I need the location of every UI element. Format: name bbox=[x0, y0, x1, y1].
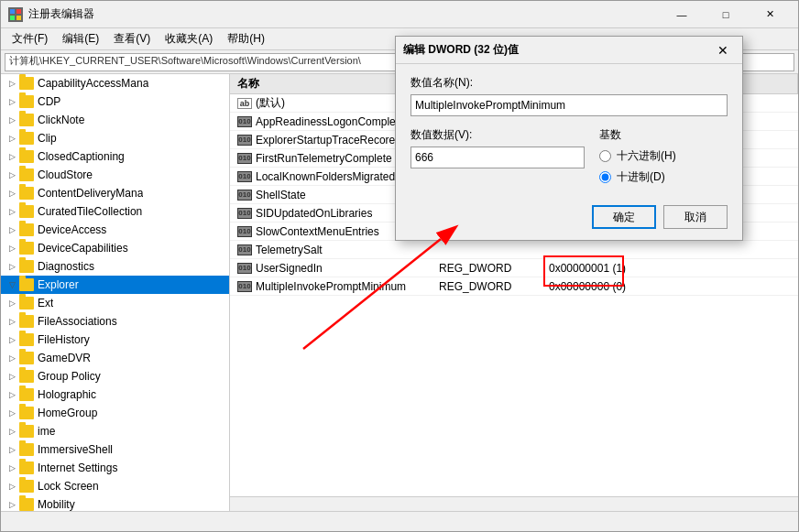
menu-favorites[interactable]: 收藏夹(A) bbox=[158, 29, 220, 49]
tree-item[interactable]: ▷ ImmersiveShell bbox=[1, 440, 229, 459]
tree-item-holographic[interactable]: ▷ Holographic bbox=[1, 385, 229, 404]
menu-help[interactable]: 帮助(H) bbox=[220, 29, 272, 49]
dword-icon: 010 bbox=[237, 263, 252, 274]
menu-view[interactable]: 查看(V) bbox=[106, 29, 158, 49]
tree-item[interactable]: ▷ Diagnostics bbox=[1, 257, 229, 276]
reg-name: 010 UserSignedIn bbox=[230, 259, 432, 277]
value-section: 数值数据(V): bbox=[410, 127, 585, 190]
tree-item[interactable]: ▷ FileHistory bbox=[1, 331, 229, 349]
tree-item[interactable]: ▷ DeviceAccess bbox=[1, 221, 229, 239]
expand-icon: ▷ bbox=[5, 406, 19, 420]
dword-icon: 010 bbox=[237, 116, 252, 127]
hex-radio[interactable] bbox=[599, 150, 611, 162]
svg-rect-2 bbox=[10, 16, 15, 20]
reg-type: REG_DWORD bbox=[432, 277, 542, 295]
tree-item[interactable]: ▷ Ext bbox=[1, 294, 229, 312]
tree-item[interactable]: ▷ Mobility bbox=[1, 495, 229, 511]
tree-item[interactable]: ▷ Group Policy bbox=[1, 367, 229, 385]
folder-icon bbox=[19, 315, 34, 328]
expand-icon: ▷ bbox=[5, 369, 19, 384]
dword-icon: 010 bbox=[237, 208, 252, 219]
close-button[interactable]: ✕ bbox=[749, 1, 791, 28]
registry-row-multiple-invoke[interactable]: 010 MultipleInvokePromptMinimum REG_DWOR… bbox=[230, 277, 798, 296]
dword-icon: 010 bbox=[237, 171, 252, 182]
tree-item[interactable]: ▷ DeviceCapabilities bbox=[1, 239, 229, 257]
name-input[interactable] bbox=[410, 94, 728, 116]
tree-panel[interactable]: ▷ CapabilityAccessMana ▷ CDP ▷ ClickNote… bbox=[1, 74, 230, 511]
registry-row[interactable]: 010 UserSignedIn REG_DWORD 0x00000001 (1… bbox=[230, 259, 798, 277]
tree-item-lockscreen[interactable]: ▷ Lock Screen bbox=[1, 477, 229, 495]
registry-row[interactable]: 010 TelemetrySalt bbox=[230, 241, 798, 259]
folder-icon bbox=[19, 242, 34, 255]
expand-icon: ▷ bbox=[5, 94, 19, 109]
tree-item-label: ClosedCaptioning bbox=[38, 150, 125, 163]
tree-item-label: GameDVR bbox=[38, 352, 91, 364]
hex-option[interactable]: 十六进制(H) bbox=[599, 148, 728, 164]
folder-icon bbox=[19, 370, 34, 383]
folder-icon bbox=[19, 278, 34, 291]
dialog-close-button[interactable]: ✕ bbox=[711, 38, 735, 62]
hex-label: 十六进制(H) bbox=[617, 148, 676, 164]
dword-icon: 010 bbox=[237, 190, 252, 201]
folder-icon bbox=[19, 150, 34, 163]
expand-icon: ▷ bbox=[5, 351, 19, 365]
folder-icon bbox=[19, 461, 34, 474]
folder-icon bbox=[19, 333, 34, 346]
dec-label: 十进制(D) bbox=[617, 169, 665, 185]
restore-button[interactable]: □ bbox=[705, 1, 747, 28]
tree-item[interactable]: ▷ Clip bbox=[1, 129, 229, 147]
tree-item[interactable]: ▷ ClosedCaptioning bbox=[1, 147, 229, 166]
folder-icon bbox=[19, 352, 34, 364]
expand-icon: ▷ bbox=[5, 442, 19, 457]
ok-button[interactable]: 确定 bbox=[592, 205, 656, 229]
cancel-button[interactable]: 取消 bbox=[663, 205, 728, 229]
menu-edit[interactable]: 编辑(E) bbox=[55, 29, 106, 49]
menu-file[interactable]: 文件(F) bbox=[5, 29, 55, 49]
horizontal-scrollbar[interactable] bbox=[230, 496, 798, 511]
tree-item-label: CapabilityAccessMana bbox=[38, 77, 148, 90]
minimize-button[interactable]: — bbox=[661, 1, 703, 28]
tree-item-label: Clip bbox=[38, 132, 57, 145]
expand-icon: ▷ bbox=[5, 314, 19, 329]
expand-icon: ▷ bbox=[5, 332, 19, 347]
dec-option[interactable]: 十进制(D) bbox=[599, 169, 728, 185]
folder-icon bbox=[19, 205, 34, 218]
tree-item-label: Lock Screen bbox=[38, 480, 99, 493]
expand-icon: ▷ bbox=[5, 259, 19, 274]
tree-item[interactable]: ▷ GameDVR bbox=[1, 349, 229, 367]
tree-item-label: ClickNote bbox=[38, 114, 84, 126]
tree-item[interactable]: ▷ ClickNote bbox=[1, 111, 229, 129]
expand-icon: ▷ bbox=[5, 497, 19, 511]
tree-item-label: Internet Settings bbox=[38, 461, 117, 474]
folder-icon bbox=[19, 77, 34, 90]
tree-item[interactable]: ▷ ime bbox=[1, 422, 229, 440]
tree-item-explorer[interactable]: ▽ Explorer bbox=[1, 276, 229, 294]
expand-icon: ▷ bbox=[5, 223, 19, 237]
folder-icon bbox=[19, 388, 34, 401]
tree-item[interactable]: ▷ ContentDeliveryMana bbox=[1, 184, 229, 202]
expand-icon: ▷ bbox=[5, 76, 19, 91]
tree-item-label: CuratedTileCollection bbox=[38, 205, 142, 218]
dword-icon: 010 bbox=[237, 135, 252, 146]
dec-radio[interactable] bbox=[599, 171, 611, 183]
tree-item[interactable]: ▷ CloudStore bbox=[1, 166, 229, 184]
tree-item-label: ImmersiveShell bbox=[38, 443, 113, 456]
data-input[interactable] bbox=[410, 147, 585, 168]
tree-item-label: FileHistory bbox=[38, 333, 90, 346]
tree-item-label: ContentDeliveryMana bbox=[38, 187, 143, 200]
tree-item[interactable]: ▷ CapabilityAccessMana bbox=[1, 74, 229, 92]
tree-item-label: Diagnostics bbox=[38, 260, 94, 273]
tree-item[interactable]: ▷ CDP bbox=[1, 92, 229, 111]
expand-icon: ▷ bbox=[5, 296, 19, 310]
dword-icon: 010 bbox=[237, 281, 252, 292]
tree-item-label: ime bbox=[38, 425, 55, 438]
tree-item[interactable]: ▷ FileAssociations bbox=[1, 312, 229, 331]
window-title: 注册表编辑器 bbox=[28, 6, 661, 22]
expand-icon: ▷ bbox=[5, 204, 19, 219]
tree-item[interactable]: ▷ CuratedTileCollection bbox=[1, 202, 229, 221]
tree-item[interactable]: ▷ HomeGroup bbox=[1, 404, 229, 422]
tree-item[interactable]: ▷ Internet Settings bbox=[1, 459, 229, 477]
folder-icon bbox=[19, 95, 34, 108]
reg-name: 010 TelemetrySalt bbox=[230, 241, 432, 258]
tree-item-label: DeviceCapabilities bbox=[38, 242, 128, 255]
